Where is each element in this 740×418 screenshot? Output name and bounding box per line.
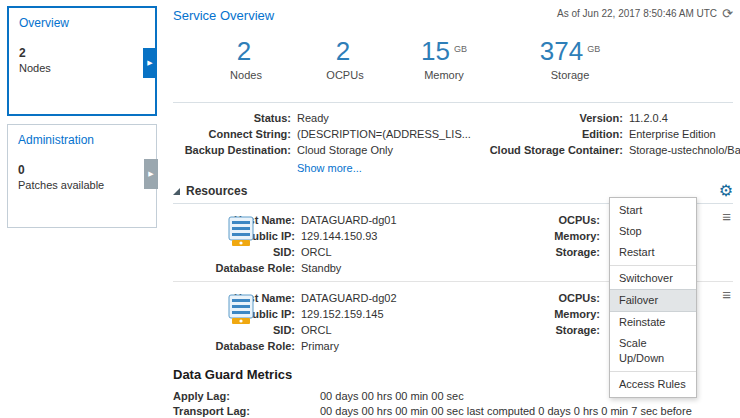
memory-unit: GB [454,44,467,54]
connect-string-value: (DESCRIPTION=(ADDRESS_LIS... [297,127,471,142]
transport-lag-value: 00 days 00 hrs 00 min 00 sec last comput… [320,404,692,418]
storage-field-label: Storage: [503,245,600,260]
menu-item-stop[interactable]: Stop [610,221,696,242]
menu-divider [610,371,696,372]
host-name-value: DATAGUARD-dg01 [301,213,397,228]
menu-divider [610,265,696,266]
service-details: Status: Ready Connect String: (DESCRIPTI… [173,111,733,176]
memory-field-label: Memory: [503,229,600,244]
patches-label: Patches available [18,179,146,191]
database-role-label: Database Role: [173,339,295,354]
metric-ocpus: 2 OCPUs [290,36,400,81]
cloud-storage-container-value: Storage-ustechnolo/Backup [629,143,740,158]
transport-lag-label: Transport Lag: [173,404,320,418]
detail-row-connect-string: Connect String: (DESCRIPTION=(ADDRESS_LI… [173,127,471,142]
host-name-value: DATAGUARD-dg02 [301,291,397,306]
patches-count: 0 [18,163,146,177]
resources-title: Resources [186,184,247,198]
apply-lag-value: 00 days 00 hrs 00 min 00 sec [320,389,464,404]
overview-card-title[interactable]: Overview [19,16,145,30]
sid-value: ORCL [301,323,332,338]
sidebar-card-administration[interactable]: Administration 0 Patches available ▶ [7,124,157,228]
menu-item-restart[interactable]: Restart [610,242,696,263]
ocpus-field-label: OCPUs: [503,291,600,306]
storage-value: 374 [540,36,583,66]
detail-row-backup-destination: Backup Destination: Cloud Storage Only [173,143,471,158]
menu-item-switchover[interactable]: Switchover [610,268,696,289]
node-right-fields: OCPUs: Memory: Storage: [503,291,600,339]
ocpus-value: 2 [336,36,350,66]
detail-row-status: Status: Ready [173,111,471,126]
service-overview-page: Overview 2 Nodes ▶ Administration 0 Patc… [0,0,740,418]
database-role-value: Standby [301,261,341,276]
menu-item-scale-up-down[interactable]: Scale Up/Down [610,333,696,369]
backup-destination-value: Cloud Storage Only [297,143,393,158]
menu-item-access-rules[interactable]: Access Rules [610,374,696,395]
gear-icon[interactable]: ⚙ [719,183,733,199]
node-right-fields: OCPUs: Memory: Storage: [503,213,600,261]
storage-unit: GB [587,44,600,54]
as-of-timestamp: As of Jun 22, 2017 8:50:46 AM UTC ⟳ [557,8,733,19]
nodes-value: 2 [237,36,251,66]
detail-row-version: Version: 11.2.0.4 [471,111,740,126]
sid-value: ORCL [301,245,332,260]
ocpus-label: OCPUs [290,69,400,81]
database-node-icon [228,216,254,247]
memory-value: 15 [421,36,450,66]
metrics-divider [173,102,733,103]
details-left-column: Status: Ready Connect String: (DESCRIPTI… [173,111,471,176]
edition-value: Enterprise Edition [629,127,716,142]
administration-card-arrow[interactable]: ▶ [144,159,158,189]
menu-item-reinstate[interactable]: Reinstate [610,312,696,333]
version-value: 11.2.0.4 [629,111,668,126]
public-ip-value: 129.152.159.145 [301,307,384,322]
nodes-label: Nodes [191,69,301,81]
storage-field-label: Storage: [503,323,600,338]
overview-node-label: Nodes [19,62,145,74]
menu-item-failover[interactable]: Failover [610,289,696,312]
status-label: Status: [173,111,291,126]
ocpus-field-label: OCPUs: [503,213,600,228]
arrow-right-icon: ▶ [147,59,152,67]
node-menu-icon[interactable]: ≡ [722,287,731,302]
metrics-row: 2 Nodes 2 OCPUs 15GB Memory 374GB Storag… [173,36,733,98]
details-right-column: Version: 11.2.0.4 Edition: Enterprise Ed… [471,111,740,176]
metric-storage: 374GB Storage [515,36,625,81]
backup-destination-label: Backup Destination: [173,143,291,158]
version-label: Version: [471,111,623,126]
timestamp-text: As of Jun 22, 2017 8:50:46 AM UTC [557,8,717,19]
main-header: Service Overview As of Jun 22, 2017 8:50… [173,8,733,28]
sid-label: SID: [173,245,295,260]
sid-label: SID: [173,323,295,338]
arrow-right-icon: ▶ [148,170,153,178]
collapse-triangle-icon[interactable] [173,188,180,195]
database-node-icon [228,294,254,325]
page-title: Service Overview [173,8,274,23]
menu-item-start[interactable]: Start [610,200,696,221]
connect-string-label: Connect String: [173,127,291,142]
status-value: Ready [297,111,329,126]
public-ip-value: 129.144.150.93 [301,229,377,244]
node-context-menu: Start Stop Restart Switchover Failover R… [609,197,697,398]
detail-row-cloud-storage-container: Cloud Storage Container: Storage-ustechn… [471,143,740,158]
storage-label: Storage [515,69,625,81]
overview-node-count: 2 [19,46,145,60]
database-role-value: Primary [301,339,339,354]
memory-label: Memory [389,69,499,81]
administration-card-title[interactable]: Administration [18,133,146,147]
refresh-icon[interactable]: ⟳ [722,9,733,19]
metric-nodes: 2 Nodes [191,36,301,81]
show-more-link[interactable]: Show more... [297,161,362,176]
overview-card-arrow[interactable]: ▶ [143,48,157,78]
memory-field-label: Memory: [503,307,600,322]
database-role-label: Database Role: [173,261,295,276]
cloud-storage-container-label: Cloud Storage Container: [471,143,623,158]
dg-row-transport-lag: Transport Lag: 00 days 00 hrs 00 min 00 … [173,404,733,418]
node-menu-icon[interactable]: ≡ [722,209,731,224]
sidebar-card-overview[interactable]: Overview 2 Nodes ▶ [7,6,157,116]
metric-memory: 15GB Memory [389,36,499,81]
apply-lag-label: Apply Lag: [173,389,320,404]
detail-row-edition: Edition: Enterprise Edition [471,127,740,142]
edition-label: Edition: [471,127,623,142]
